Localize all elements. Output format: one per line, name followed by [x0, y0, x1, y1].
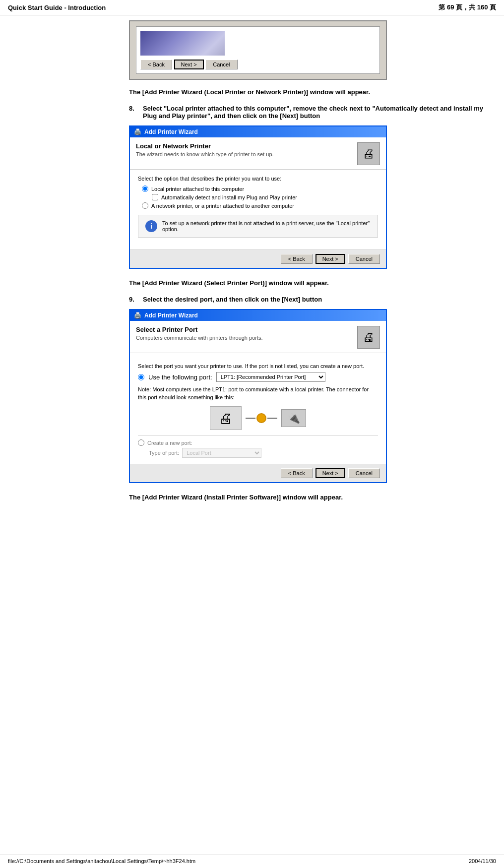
type-of-port-row: Type of port: Local Port — [149, 448, 378, 458]
radio-local-label: Local printer attached to this computer — [151, 186, 244, 192]
checkbox-autodetect[interactable] — [152, 194, 158, 200]
wizard1-titlebar: 🖨️ Add Printer Wizard — [130, 126, 386, 137]
wizard2-body: Select a Printer Port Computers communic… — [130, 321, 386, 482]
step-8: 8. Select "Local printer attached to thi… — [129, 105, 484, 269]
type-of-port-label: Type of port: — [149, 450, 179, 456]
page-number: 第 69 頁，共 160 頁 — [439, 3, 496, 12]
info-icon: i — [145, 220, 157, 232]
wizard2-title: Add Printer Wizard — [144, 312, 198, 319]
wizard2-back-button[interactable]: < Back — [281, 468, 313, 478]
wizard1-content: Select the option that describes the pri… — [130, 170, 386, 249]
wizard2-title-icon: 🖨️ — [134, 312, 141, 319]
page-title: Quick Start Guide - Introduction — [8, 4, 106, 11]
wizard2-header-section: Select a Printer Port Computers communic… — [130, 321, 386, 353]
top-back-button[interactable]: < Back — [140, 60, 172, 69]
step-9-label: 9. Select the desired port, and then cli… — [129, 296, 484, 303]
use-port-label: Use the following port: — [148, 373, 212, 381]
top-next-button[interactable]: Next > — [174, 60, 204, 69]
page-footer: file://C:\Documents and Settings\anitach… — [0, 855, 504, 867]
wizard2-header-text: Select a Printer Port Computers communic… — [136, 326, 263, 341]
wizard1-prompt: Select the option that describes the pri… — [138, 176, 378, 182]
type-of-port-dropdown[interactable]: Local Port — [182, 448, 261, 458]
footer-date: 2004/11/30 — [469, 858, 496, 864]
wizard1-title-icon: 🖨️ — [134, 128, 141, 135]
wizard1-footer: < Back Next > Cancel — [130, 249, 386, 268]
wizard2-next-button[interactable]: Next > — [315, 468, 345, 478]
port-note: Note: Most computers use the LPT1: port … — [138, 386, 378, 401]
top-dialog-inner: < Back Next > Cancel — [136, 26, 380, 74]
port-section: Select the port you want your printer to… — [138, 363, 378, 430]
radio-local-printer[interactable] — [142, 186, 148, 192]
checkbox-autodetect-label: Automatically detect and install my Plug… — [161, 194, 297, 200]
wizard1-header-icon: 🖨 — [357, 142, 380, 165]
wizard2-window: 🖨️ Add Printer Wizard Select a Printer P… — [129, 309, 387, 483]
wizard2-titlebar: 🖨️ Add Printer Wizard — [130, 310, 386, 321]
radio-use-port[interactable] — [138, 374, 144, 380]
wizard2-header-icon: 🖨 — [357, 326, 380, 349]
use-port-row: Use the following port: LPT1: [Recommend… — [138, 372, 378, 382]
wizard1-checkbox-autodetect: Automatically detect and install my Plug… — [152, 194, 378, 200]
wizard1-description: The [Add Printer Wizard (Select Printer … — [129, 279, 484, 288]
page-header: Quick Start Guide - Introduction 第 69 頁，… — [0, 0, 504, 15]
wizard1-body: Local or Network Printer The wizard need… — [130, 137, 386, 268]
printer-diagram: 🖨 🔌 — [138, 406, 378, 430]
final-description: The [Add Printer Wizard (Install Printer… — [129, 493, 484, 502]
wizard2-header-subtitle: Computers communicate with printers thro… — [136, 335, 263, 341]
wizard2-footer: < Back Next > Cancel — [130, 464, 386, 482]
printer-icon: 🖨 — [363, 147, 375, 161]
line-segment-2 — [267, 418, 277, 419]
divider — [138, 435, 378, 435]
wizard1-header-text: Local or Network Printer The wizard need… — [136, 142, 274, 157]
create-port-label: Create a new port: — [147, 440, 192, 446]
top-dialog-bg: < Back Next > Cancel — [129, 20, 387, 80]
top-btn-row: < Back Next > Cancel — [140, 60, 376, 69]
wizard1-back-button[interactable]: < Back — [281, 254, 313, 264]
wizard2-header-title: Select a Printer Port — [136, 326, 263, 333]
plug-diagram: 🔌 — [281, 409, 306, 427]
wizard1-radio-local: Local printer attached to this computer — [142, 186, 378, 192]
step-8-text: Select "Local printer attached to this c… — [143, 105, 484, 120]
printer-icon2: 🖨 — [363, 330, 375, 344]
port-dropdown[interactable]: LPT1: [Recommended Printer Port] — [216, 372, 325, 382]
step-9-text: Select the desired port, and then click … — [143, 296, 322, 303]
wizard2-prompt: Select the port you want your printer to… — [138, 363, 378, 369]
wizard1-window: 🖨️ Add Printer Wizard Local or Network P… — [129, 125, 387, 269]
step-8-number: 8. — [129, 105, 139, 120]
wizard1-radio-network: A network printer, or a printer attached… — [142, 202, 378, 209]
step-8-label: 8. Select "Local printer attached to thi… — [129, 105, 484, 120]
step-9-number: 9. — [129, 296, 139, 303]
wizard1-title: Add Printer Wizard — [144, 128, 198, 135]
wizard1-next-button[interactable]: Next > — [315, 254, 345, 264]
wizard1-radio-group: Local printer attached to this computer … — [142, 186, 378, 209]
line-segment-1 — [246, 418, 255, 419]
main-content: < Back Next > Cancel The [Add Printer Wi… — [0, 15, 504, 532]
wizard2-cancel-button[interactable]: Cancel — [348, 468, 380, 478]
top-cancel-button[interactable]: Cancel — [205, 60, 237, 69]
wizard1-cancel-button[interactable]: Cancel — [348, 254, 380, 264]
wizard1-header-subtitle: The wizard needs to know which type of p… — [136, 151, 274, 157]
wizard1-header-title: Local or Network Printer — [136, 142, 274, 150]
circle-connector — [256, 413, 266, 423]
connector-line — [246, 413, 277, 423]
wizard2-content: Select the port you want your printer to… — [130, 353, 386, 464]
radio-network-printer[interactable] — [142, 202, 148, 209]
info-text: To set up a network printer that is not … — [162, 220, 371, 232]
radio-create-port[interactable] — [138, 439, 144, 446]
step-9: 9. Select the desired port, and then cli… — [129, 296, 484, 483]
radio-network-label: A network printer, or a printer attached… — [151, 203, 294, 209]
top-description: The [Add Printer Wizard (Local Printer o… — [129, 88, 484, 97]
create-port-row: Create a new port: — [138, 439, 378, 446]
wizard1-info-box: i To set up a network printer that is no… — [138, 215, 378, 238]
printer-diagram-printer: 🖨 — [210, 406, 242, 430]
footer-path: file://C:\Documents and Settings\anitach… — [8, 858, 195, 864]
top-screenshot-area: < Back Next > Cancel — [129, 20, 484, 80]
wizard1-header-section: Local or Network Printer The wizard need… — [130, 137, 386, 170]
